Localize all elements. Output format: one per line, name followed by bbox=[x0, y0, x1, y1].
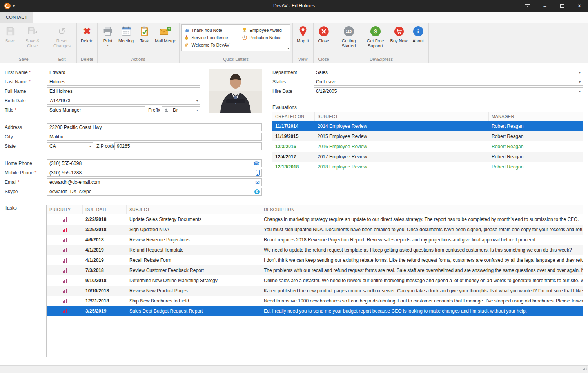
column-header-description[interactable]: DESCRIPTION bbox=[261, 205, 583, 214]
email-field[interactable]: edwardh@dx-email.com✉ bbox=[47, 178, 262, 186]
mobile-phone-icon bbox=[256, 170, 260, 176]
task-row[interactable]: 4/6/2018 Review Revenue Projections Boar… bbox=[47, 235, 583, 245]
evaluation-subject: 2015 Employee Review bbox=[315, 131, 489, 141]
print-dropdown-icon[interactable]: ▾ bbox=[107, 43, 109, 47]
column-header-created-on[interactable]: CREATED ON bbox=[272, 112, 315, 121]
state-field[interactable]: CA▾ bbox=[47, 142, 93, 150]
reset-changes-button[interactable]: ↺ Reset Changes bbox=[49, 23, 75, 49]
birth-date-field[interactable]: 7/14/1973▾ bbox=[47, 97, 200, 105]
column-header-manager[interactable]: MANAGER bbox=[489, 112, 583, 121]
mobile-phone-label: Mobile Phone* bbox=[5, 169, 36, 177]
save-button[interactable]: Save bbox=[1, 23, 19, 43]
close-window-button[interactable]: ✕ bbox=[571, 0, 588, 12]
quick-letters-panel: Thank You Note Service Excellence Welcom… bbox=[181, 24, 290, 51]
address-field[interactable]: 23200 Pacific Coast Hwy bbox=[47, 123, 262, 131]
get-free-support-button[interactable]: ⚙ Get Free Support bbox=[362, 23, 389, 49]
app-logo-icon[interactable] bbox=[4, 2, 11, 9]
task-row[interactable]: 7/3/2018 Review Customer Feedback Report… bbox=[47, 265, 583, 275]
home-phone-field[interactable]: (310) 555-6098☎ bbox=[47, 159, 262, 167]
chevron-down-icon[interactable]: ▾ bbox=[195, 99, 198, 103]
contact-photo[interactable] bbox=[209, 69, 262, 113]
quick-letter-service-excellence[interactable]: Service Excellence bbox=[184, 34, 242, 41]
chevron-down-icon[interactable]: ▾ bbox=[195, 109, 198, 112]
task-priority-cell bbox=[47, 225, 83, 235]
close-record-button[interactable]: Close bbox=[315, 23, 333, 43]
chevron-down-icon[interactable]: ▾ bbox=[577, 80, 581, 84]
first-name-field[interactable]: Edward bbox=[47, 69, 200, 76]
chevron-down-icon[interactable]: ▾ bbox=[577, 90, 581, 93]
hire-date-field[interactable]: 6/19/2005▾ bbox=[314, 87, 583, 95]
prefix-field[interactable]: Dr ▾ bbox=[162, 106, 200, 114]
evaluation-row[interactable]: 11/17/2014 2014 Employee Review Robert R… bbox=[272, 121, 583, 131]
quick-access-caret-icon[interactable]: ▾ bbox=[13, 4, 15, 8]
zip-code-field[interactable]: 90265 bbox=[114, 142, 262, 150]
skype-label: Skype bbox=[5, 188, 18, 196]
priority-icon bbox=[63, 288, 67, 293]
quick-letters-dropdown-icon[interactable]: ▾ bbox=[288, 47, 289, 50]
column-header-subject[interactable]: SUBJECT bbox=[315, 112, 489, 121]
task-description: Karen published the new product pages on… bbox=[261, 286, 583, 296]
meeting-button[interactable]: Meeting bbox=[117, 23, 135, 43]
minimize-button[interactable]: – bbox=[536, 0, 554, 12]
quick-letter-probation-notice[interactable]: Probation Notice bbox=[242, 34, 285, 41]
status-label: Status bbox=[272, 78, 286, 86]
status-field[interactable]: On Leave▾ bbox=[314, 78, 583, 86]
buy-now-button[interactable]: Buy Now bbox=[389, 23, 409, 43]
last-name-field[interactable]: Holmes bbox=[47, 78, 200, 86]
evaluation-row[interactable]: 12/4/2017 2017 Employee Review Robert Re… bbox=[272, 152, 583, 162]
task-row[interactable]: 4/1/2019 Refund Request Template We need… bbox=[47, 245, 583, 255]
task-row[interactable]: 9/10/2018 Determine New Online Marketing… bbox=[47, 275, 583, 286]
task-row[interactable]: 3/25/2019 Sales Dept Budget Request Repo… bbox=[47, 306, 583, 316]
priority-icon bbox=[63, 237, 67, 242]
task-row[interactable]: 2/22/2018 Update Sales Strategy Document… bbox=[47, 214, 583, 225]
ribbon-group-close: Close Close bbox=[314, 23, 334, 63]
task-row[interactable]: 12/31/2018 Ship New Brochures to Field N… bbox=[47, 296, 583, 306]
delete-button[interactable]: ✖ Delete bbox=[78, 23, 96, 43]
mobile-phone-field[interactable]: (310) 555-1288 bbox=[47, 169, 262, 177]
save-and-close-button[interactable]: Save & Close bbox=[19, 23, 46, 49]
task-row[interactable]: 4/1/2019 Recall Rebate Form I don’t thin… bbox=[47, 255, 583, 265]
map-it-button[interactable]: Map It bbox=[294, 23, 312, 43]
thumbs-up-icon bbox=[184, 28, 190, 33]
title-field[interactable]: Sales Manager bbox=[47, 106, 145, 114]
task-row[interactable]: 3/25/2018 Sign Updated NDA You must sign… bbox=[47, 225, 583, 235]
evaluations-title: Evaluations bbox=[272, 103, 297, 111]
evaluation-row[interactable]: 12/3/2016 2016 Employee Review Robert Re… bbox=[272, 141, 583, 152]
quick-letter-thank-you-note[interactable]: Thank You Note bbox=[184, 26, 242, 34]
task-row[interactable]: 10/10/2018 Review New Product Pages Kare… bbox=[47, 286, 583, 296]
column-header-due-date[interactable]: DUE DATE bbox=[83, 205, 127, 214]
tab-contact[interactable]: CONTACT bbox=[0, 12, 33, 23]
state-label: State bbox=[5, 142, 16, 150]
about-button[interactable]: i About bbox=[409, 23, 427, 43]
ribbon-display-options-icon bbox=[525, 4, 530, 8]
maximize-button[interactable] bbox=[554, 0, 571, 12]
ribbon-group-delete: ✖ Delete Delete bbox=[77, 23, 98, 63]
ribbon-group-save: Save Save & Close Save bbox=[0, 23, 47, 63]
column-header-subject[interactable]: SUBJECT bbox=[127, 205, 261, 214]
tasks-title: Tasks bbox=[5, 204, 17, 212]
evaluation-row[interactable]: 12/13/2018 2018 Employee Review Robert R… bbox=[272, 162, 583, 172]
print-button[interactable]: Print ▾ bbox=[99, 23, 117, 47]
chevron-down-icon[interactable]: ▾ bbox=[577, 71, 581, 74]
column-header-priority[interactable]: PRIORITY bbox=[47, 205, 83, 214]
ribbon-display-options-button[interactable] bbox=[519, 0, 536, 12]
quick-letter-employee-award[interactable]: Employee Award bbox=[242, 26, 285, 34]
city-field[interactable]: Malibu bbox=[47, 133, 262, 141]
task-description: Ed, I really need you to send me your bu… bbox=[261, 306, 583, 316]
delete-icon: ✖ bbox=[83, 24, 91, 38]
evaluation-created-on: 11/17/2014 bbox=[272, 121, 315, 131]
task-button[interactable]: Task bbox=[135, 23, 153, 43]
evaluation-row[interactable]: 11/19/2015 2015 Employee Review Robert R… bbox=[272, 131, 583, 141]
getting-started-button[interactable]: 123 Getting Started bbox=[336, 23, 362, 49]
resize-grip[interactable] bbox=[583, 365, 587, 372]
full-name-field[interactable]: Ed Holmes bbox=[47, 87, 200, 95]
chevron-down-icon[interactable]: ▾ bbox=[88, 145, 91, 148]
evaluation-subject: 2016 Employee Review bbox=[315, 141, 489, 152]
department-field[interactable]: Sales▾ bbox=[314, 69, 583, 76]
maximize-icon bbox=[560, 4, 564, 8]
print-icon bbox=[102, 24, 114, 38]
quick-letter-welcome-to-devav[interactable]: Welcome To DevAV bbox=[184, 41, 242, 49]
hire-date-label: Hire Date bbox=[272, 87, 292, 95]
mail-merge-button[interactable]: Mail Merge bbox=[153, 23, 178, 43]
skype-field[interactable]: edwardh_DX_skypeS bbox=[47, 188, 262, 196]
